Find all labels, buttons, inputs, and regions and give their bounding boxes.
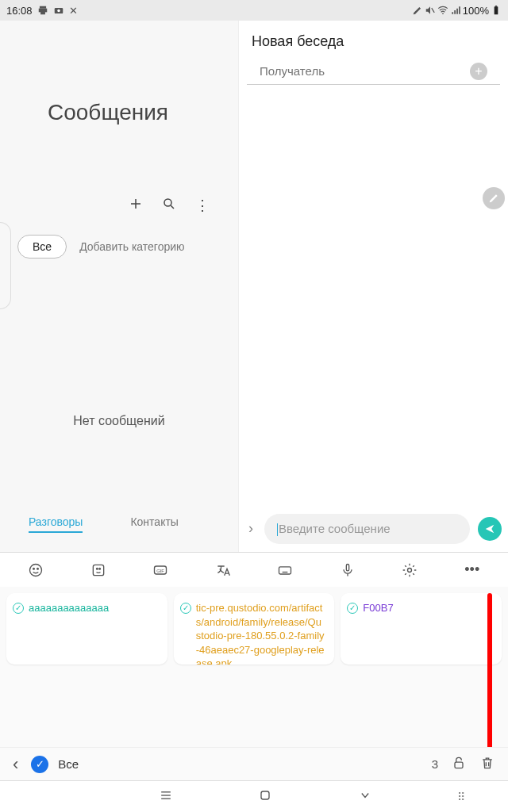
svg-point-25 bbox=[408, 568, 412, 572]
svg-rect-24 bbox=[346, 564, 348, 570]
status-time: 16:08 bbox=[6, 5, 33, 17]
svg-rect-26 bbox=[455, 762, 463, 768]
clipboard-back-button[interactable]: ‹ bbox=[13, 754, 21, 775]
keyboard-toolbar: GIF ••• bbox=[0, 552, 508, 587]
camera-icon bbox=[53, 5, 64, 16]
mute-icon bbox=[425, 5, 436, 16]
svg-point-9 bbox=[164, 199, 171, 206]
conversations-pane: Сообщения ⋮ Все Добавить категорию Нет с… bbox=[0, 21, 238, 552]
edge-panel-handle[interactable] bbox=[0, 222, 11, 309]
translate-icon[interactable] bbox=[209, 562, 237, 578]
clipboard-panel: aaaaaaaaaaaaaa tic-pre.qustodio.com/arti… bbox=[0, 587, 508, 761]
clipboard-item[interactable]: tic-pre.qustodio.com/artifacts/android/f… bbox=[174, 593, 335, 665]
svg-rect-7 bbox=[495, 6, 498, 14]
print-icon bbox=[37, 5, 48, 16]
nav-keyboard-toggle[interactable]: ⠿ bbox=[457, 791, 466, 803]
battery-percent: 100% bbox=[463, 5, 489, 17]
svg-rect-30 bbox=[261, 791, 269, 799]
gif-icon[interactable]: GIF bbox=[146, 562, 175, 578]
clipboard-selection-bar: ‹ Все 3 bbox=[0, 747, 508, 780]
svg-rect-0 bbox=[39, 6, 45, 9]
svg-rect-14 bbox=[93, 565, 103, 575]
svg-text:GIF: GIF bbox=[156, 568, 164, 573]
pen-status-icon bbox=[412, 5, 423, 16]
new-message-button[interactable] bbox=[129, 197, 143, 214]
tools-icon: ✕ bbox=[69, 5, 78, 17]
nav-recents[interactable] bbox=[158, 787, 174, 806]
category-all-chip[interactable]: Все bbox=[17, 235, 67, 259]
add-category-button[interactable]: Добавить категорию bbox=[79, 240, 184, 253]
tab-conversations[interactable]: Разговоры bbox=[29, 515, 83, 533]
nav-back[interactable] bbox=[357, 787, 373, 806]
svg-line-10 bbox=[171, 205, 174, 209]
system-nav-bar: ⠿ bbox=[0, 780, 508, 812]
more-button[interactable]: ⋮ bbox=[195, 197, 210, 214]
clipboard-item[interactable]: F00B7 bbox=[341, 593, 502, 665]
message-input[interactable]: Введите сообщение bbox=[264, 514, 470, 544]
svg-rect-8 bbox=[495, 6, 497, 6]
compose-title: Новая беседа bbox=[239, 21, 508, 58]
settings-icon[interactable] bbox=[395, 562, 424, 578]
clipboard-item[interactable]: aaaaaaaaaaaaaa bbox=[6, 593, 167, 665]
keyboard-icon[interactable] bbox=[271, 562, 299, 578]
check-icon bbox=[347, 603, 358, 614]
more-toolbar-icon[interactable]: ••• bbox=[458, 561, 487, 578]
recipient-input[interactable] bbox=[260, 58, 470, 84]
check-icon bbox=[13, 603, 24, 614]
voice-icon[interactable] bbox=[333, 562, 362, 578]
app-title: Сообщения bbox=[48, 100, 238, 125]
select-all-checkbox[interactable] bbox=[31, 756, 48, 773]
battery-icon bbox=[491, 5, 502, 16]
check-icon bbox=[180, 603, 191, 614]
compose-fab[interactable] bbox=[483, 187, 505, 209]
svg-point-6 bbox=[442, 13, 444, 14]
svg-point-12 bbox=[33, 568, 35, 569]
status-bar: 16:08 ✕ 100% bbox=[0, 0, 508, 21]
svg-point-16 bbox=[99, 568, 101, 569]
delete-button[interactable] bbox=[479, 755, 495, 773]
emoji-icon[interactable] bbox=[21, 562, 50, 578]
svg-point-4 bbox=[57, 10, 60, 12]
svg-rect-19 bbox=[279, 566, 291, 573]
selected-count: 3 bbox=[432, 757, 438, 771]
svg-point-15 bbox=[96, 568, 98, 569]
tab-contacts[interactable]: Контакты bbox=[130, 515, 178, 533]
svg-line-5 bbox=[432, 8, 435, 13]
compose-pane: Новая беседа + › Введите сообщение bbox=[238, 21, 508, 552]
send-button[interactable] bbox=[478, 517, 502, 541]
sticker-icon[interactable] bbox=[84, 562, 113, 578]
expand-input-button[interactable]: › bbox=[245, 520, 256, 537]
select-all-label[interactable]: Все bbox=[58, 757, 79, 771]
svg-point-13 bbox=[37, 568, 39, 569]
lock-button[interactable] bbox=[451, 755, 467, 773]
search-button[interactable] bbox=[162, 197, 176, 214]
empty-state-text: Нет сообщений bbox=[0, 414, 238, 428]
svg-rect-2 bbox=[40, 11, 45, 14]
add-recipient-button[interactable]: + bbox=[470, 63, 487, 80]
wifi-icon bbox=[437, 5, 448, 16]
svg-point-11 bbox=[30, 564, 42, 576]
message-placeholder: Введите сообщение bbox=[279, 522, 391, 535]
signal-icon bbox=[450, 5, 461, 16]
nav-home[interactable] bbox=[257, 787, 273, 806]
